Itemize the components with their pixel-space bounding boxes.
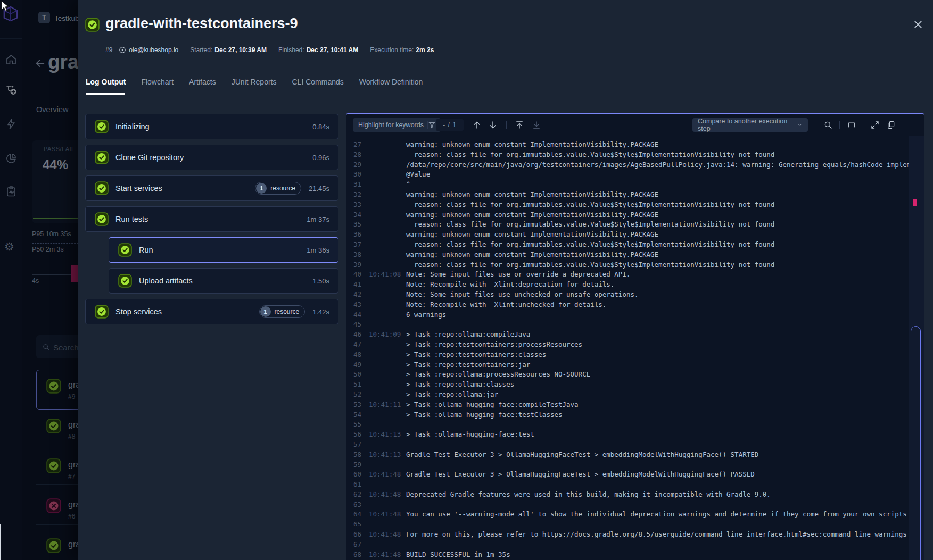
- log-timestamp: [361, 460, 406, 470]
- log-timestamp: [361, 290, 406, 300]
- log-line-number: 68: [346, 550, 361, 560]
- log-line-number: 50: [346, 370, 361, 380]
- started-meta: Started:Dec 27, 10:39 AM: [190, 46, 267, 54]
- step-clone-git-repository[interactable]: Clone Git repository0.96s: [85, 145, 338, 170]
- scroll-bottom-icon[interactable]: [532, 120, 541, 130]
- step-initializing[interactable]: Initializing0.84s: [85, 114, 338, 139]
- log-timestamp: 10:41:48: [361, 470, 406, 480]
- log-timestamp: [361, 260, 406, 270]
- log-text: Note: Some input files use or override a…: [406, 270, 630, 280]
- execution-number: #9: [105, 46, 112, 54]
- back-arrow-icon[interactable]: [34, 57, 46, 69]
- log-line: 49> Task :repo:testcontainers:jar: [346, 360, 910, 370]
- copy-icon[interactable]: [886, 120, 896, 130]
- tab-junit-reports[interactable]: JUnit Reports: [232, 78, 277, 86]
- log-timestamp: 10:41:13: [361, 430, 406, 440]
- log-minimap-scrollbar[interactable]: [909, 136, 924, 560]
- log-timestamp: [361, 350, 406, 360]
- environment-chip[interactable]: T: [38, 12, 50, 23]
- compare-step-select[interactable]: Compare to another execution step: [692, 118, 808, 132]
- arrow-down-icon[interactable]: [488, 120, 498, 130]
- log-line-number: 56: [346, 430, 361, 440]
- log-timestamp: [361, 440, 406, 450]
- step-run[interactable]: Run1m 36s: [109, 237, 338, 263]
- step-label: Start services: [115, 184, 255, 193]
- log-line: 65: [346, 520, 910, 530]
- page-scrollbar[interactable]: [0, 524, 1, 560]
- log-text: @Value: [406, 170, 430, 180]
- arrow-up-icon[interactable]: [472, 120, 482, 130]
- step-duration: 0.84s: [312, 123, 329, 131]
- tab-overview[interactable]: Overview: [36, 105, 68, 114]
- log-line-number: 51: [346, 380, 361, 390]
- execution-name: gra: [68, 460, 78, 470]
- log-timestamp: [361, 230, 406, 240]
- log-timestamp: [361, 160, 406, 170]
- log-text: reason: class file for org.immutables.va…: [406, 150, 774, 160]
- log-text: Gradle Test Executor 3 > OllamaHuggingFa…: [406, 470, 755, 480]
- log-line-number: 30: [346, 170, 361, 180]
- p95-dashed-line: [32, 228, 78, 228]
- log-line: 34warning: unknown enum constant Impleme…: [346, 210, 910, 220]
- log-line: 4010:41:08Note: Some input files use or …: [346, 270, 910, 280]
- log-timestamp: [361, 320, 406, 330]
- log-line: 36warning: unknown enum constant Impleme…: [346, 230, 910, 240]
- tab-cli-commands[interactable]: CLI Commands: [292, 78, 344, 86]
- log-line-number: 44: [346, 310, 361, 320]
- log-text: reason: class file for org.immutables.va…: [406, 200, 774, 210]
- resource-count: 1: [256, 183, 267, 194]
- status-passed-icon: [95, 181, 109, 195]
- step-label: Initializing: [115, 122, 312, 131]
- step-label: Upload artifacts: [139, 277, 312, 285]
- status-passed-icon: [46, 419, 61, 433]
- step-start-services[interactable]: Start services1resource21.45s: [85, 175, 338, 201]
- step-run-tests[interactable]: Run tests1m 37s: [85, 206, 338, 232]
- tab-workflow-definition[interactable]: Workflow Definition: [359, 78, 423, 86]
- log-timestamp: [361, 390, 406, 400]
- log-timestamp: [361, 370, 406, 380]
- list-divider: [36, 524, 78, 525]
- log-text: > Task :repo:testcontainers:processResou…: [406, 340, 582, 350]
- wrap-icon[interactable]: [847, 120, 856, 130]
- step-duration: 1m 37s: [307, 215, 329, 223]
- status-passed-icon: [95, 212, 109, 226]
- log-lines[interactable]: 27warning: unknown enum constant Impleme…: [346, 136, 910, 560]
- list-divider: [36, 484, 78, 485]
- log-text: reason: class file for org.immutables.va…: [406, 220, 774, 230]
- log-text: Deprecated Gradle features were used in …: [406, 490, 771, 500]
- tab-flowchart[interactable]: Flowchart: [141, 78, 174, 86]
- step-duration: 21.45s: [309, 185, 329, 193]
- pass-fail-label: PASS/FAIL: [44, 146, 75, 152]
- log-text: > Task :repo:testcontainers:classes: [406, 350, 546, 360]
- background-page: T Testkube gra Overview PASS/FAIL 44% P9…: [0, 0, 78, 560]
- log-line: 5610:41:13> Task :ollama-hugging-face:te…: [346, 430, 910, 440]
- log-line: 38warning: unknown enum constant Impleme…: [346, 250, 910, 260]
- log-timestamp: [361, 180, 406, 190]
- execution-drawer: gradle-with-testcontainers-9 #9 ole@kube…: [78, 0, 933, 560]
- scroll-top-icon[interactable]: [515, 120, 524, 130]
- resource-badge: 1resource: [255, 182, 301, 195]
- step-stop-services[interactable]: Stop services1resource1.42s: [85, 299, 338, 324]
- minimap-scroll-thumb[interactable]: [911, 326, 921, 560]
- expand-icon[interactable]: [870, 120, 880, 130]
- search-icon[interactable]: [823, 120, 833, 130]
- log-line-number: 59: [346, 460, 361, 470]
- log-text: reason: class file for org.immutables.va…: [406, 240, 774, 250]
- execution-number: #7: [68, 473, 75, 480]
- close-icon[interactable]: [913, 19, 923, 30]
- log-line-number: 45: [346, 320, 361, 330]
- tab-log-output[interactable]: Log Output: [86, 78, 126, 86]
- log-timestamp: [361, 340, 406, 350]
- log-line-number: 64: [346, 509, 361, 520]
- log-line: 54> Task :ollama-hugging-face:testClasse…: [346, 410, 910, 420]
- log-text: > Task :repo:testcontainers:jar: [406, 360, 530, 370]
- tab-artifacts[interactable]: Artifacts: [189, 78, 216, 86]
- match-counter: - / 1: [436, 119, 464, 131]
- log-line: 42Note: Some input files use unchecked o…: [346, 290, 910, 300]
- p95-label: P95 10m 35s: [32, 230, 71, 238]
- log-line: 33 reason: class file for org.immutables…: [346, 200, 910, 210]
- pass-fail-value: 44%: [43, 157, 68, 172]
- log-output-panel: Highlight for keywords - / 1: [346, 113, 924, 560]
- step-upload-artifacts[interactable]: Upload artifacts1.50s: [109, 268, 338, 294]
- resource-count: 1: [260, 306, 271, 317]
